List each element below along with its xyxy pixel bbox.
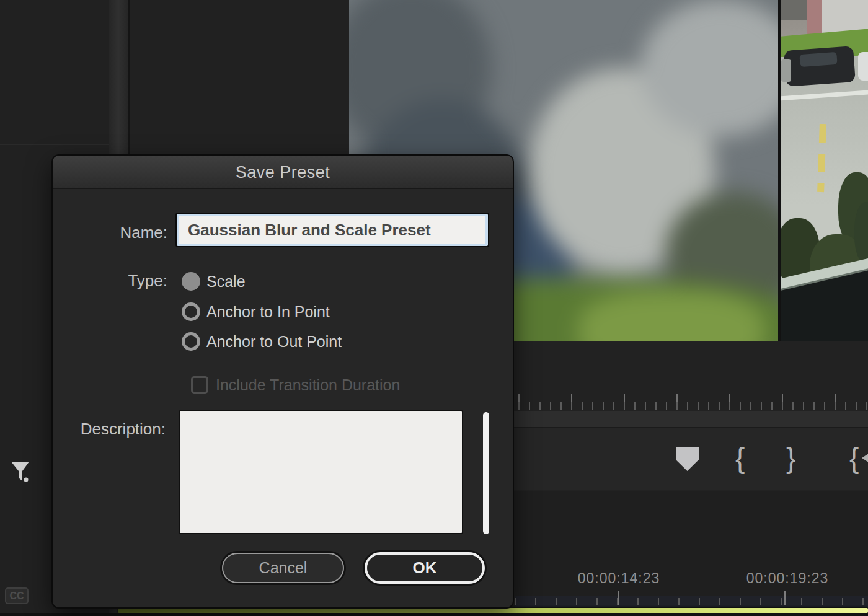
preset-name-input[interactable]	[177, 214, 488, 246]
radio-scale-label: Scale	[206, 273, 246, 291]
timeline-band	[513, 411, 868, 428]
source-monitor-street-video	[778, 0, 868, 341]
left-arrow-icon[interactable]	[862, 451, 868, 465]
radio-scale[interactable]	[182, 272, 200, 291]
timecode-label: 00:00:14:23	[557, 570, 681, 587]
radio-row-anchor-in[interactable]: Anchor to In Point	[182, 301, 330, 322]
time-ruler-major-tick	[784, 591, 786, 605]
time-ruler-minor-ticks[interactable]	[515, 598, 868, 605]
radio-anchor-out-point[interactable]	[182, 332, 200, 351]
include-transition-label: Include Transition Duration	[216, 376, 400, 394]
timecode-label: 00:00:19:23	[725, 570, 849, 587]
ok-button[interactable]: OK	[365, 552, 485, 584]
dialog-title[interactable]: Save Preset	[53, 156, 513, 189]
in-point-brace-icon[interactable]: {	[735, 444, 745, 472]
brace-arrow-icon[interactable]: {	[849, 444, 859, 472]
panel-horizontal-edge	[0, 144, 109, 145]
name-label: Name:	[78, 223, 167, 242]
out-point-brace-icon[interactable]: }	[786, 444, 795, 472]
radio-anchor-in-point[interactable]	[182, 302, 200, 321]
type-label: Type:	[78, 271, 167, 291]
timeline-ruler-minor-ticks[interactable]	[518, 402, 868, 410]
radio-anchor-in-label: Anchor to In Point	[206, 303, 330, 321]
description-label: Description:	[71, 420, 166, 439]
cancel-button[interactable]: Cancel	[222, 553, 344, 583]
radio-row-anchor-out[interactable]: Anchor to Out Point	[182, 331, 342, 352]
time-ruler-major-tick	[618, 591, 619, 605]
clip-selection-highlight[interactable]	[118, 608, 868, 613]
dark-suv	[784, 46, 856, 87]
description-textarea[interactable]	[179, 410, 463, 534]
white-car	[858, 52, 868, 81]
description-scrollbar[interactable]	[483, 412, 489, 534]
timeline-lower-band	[513, 491, 868, 609]
filter-icon[interactable]	[10, 460, 31, 485]
closed-captions-badge: CC	[5, 587, 29, 604]
radio-anchor-out-label: Anchor to Out Point	[206, 333, 342, 351]
save-preset-dialog: Save Preset Name: Type: Scale Anchor to …	[53, 156, 513, 607]
include-transition-row: Include Transition Duration	[191, 374, 400, 395]
radio-row-scale[interactable]: Scale	[182, 271, 246, 292]
include-transition-checkbox[interactable]	[191, 376, 208, 394]
premiere-pro-workspace: CC	[0, 0, 868, 616]
